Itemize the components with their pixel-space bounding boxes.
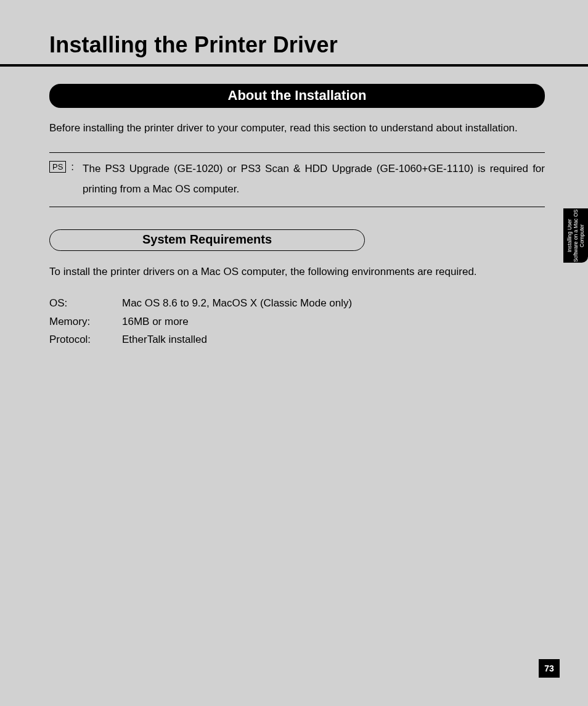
requirement-label: Memory:	[49, 313, 122, 331]
document-page: Installing the Printer Driver About the …	[0, 0, 588, 706]
ps-note-text: The PS3 Upgrade (GE-1020) or PS3 Scan & …	[83, 159, 545, 199]
requirement-row: Memory: 16MB or more	[49, 313, 545, 331]
ps-badge-icon: PS	[49, 161, 66, 173]
ps-note-row: PS : The PS3 Upgrade (GE-1020) or PS3 Sc…	[49, 159, 545, 199]
chapter-title: Installing the Printer Driver	[49, 32, 545, 58]
requirement-value: 16MB or more	[122, 313, 189, 331]
section-intro-text: Before installing the printer driver to …	[49, 120, 545, 136]
requirement-row: Protocol: EtherTalk installed	[49, 330, 545, 349]
ps-colon: :	[71, 159, 74, 175]
requirement-value: EtherTalk installed	[122, 330, 207, 349]
sub-section-heading: System Requirements	[49, 229, 365, 251]
chapter-rule	[0, 64, 588, 67]
requirements-intro: To install the printer drivers on a Mac …	[49, 266, 545, 278]
page-number: 73	[539, 659, 560, 678]
requirements-list: OS: Mac OS 8.6 to 9.2, MacOS X (Classic …	[49, 294, 545, 349]
ps-note-block: PS : The PS3 Upgrade (GE-1020) or PS3 Sc…	[49, 152, 545, 207]
requirement-label: OS:	[49, 294, 122, 313]
requirement-value: Mac OS 8.6 to 9.2, MacOS X (Classic Mode…	[122, 294, 352, 313]
requirement-label: Protocol:	[49, 330, 122, 349]
requirement-row: OS: Mac OS 8.6 to 9.2, MacOS X (Classic …	[49, 294, 545, 313]
section-heading: About the Installation	[49, 84, 545, 108]
side-tab: Installing User Software on a Mac OS Com…	[563, 208, 588, 263]
